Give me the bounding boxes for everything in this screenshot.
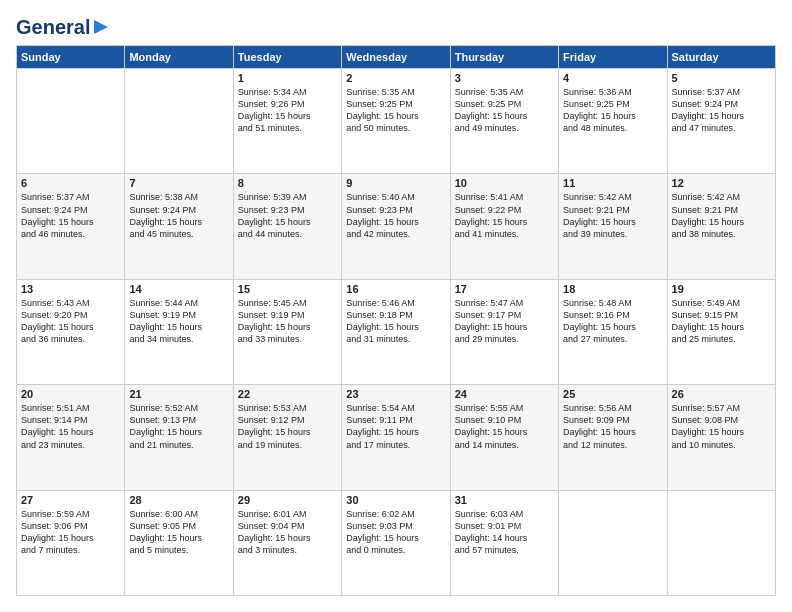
day-info: Sunrise: 6:00 AM Sunset: 9:05 PM Dayligh…	[129, 508, 228, 557]
day-number: 5	[672, 72, 771, 84]
weekday-header-row: SundayMondayTuesdayWednesdayThursdayFrid…	[17, 46, 776, 69]
day-number: 9	[346, 177, 445, 189]
weekday-header-wednesday: Wednesday	[342, 46, 450, 69]
logo: General	[16, 16, 110, 35]
calendar-cell: 19Sunrise: 5:49 AM Sunset: 9:15 PM Dayli…	[667, 279, 775, 384]
week-row-3: 13Sunrise: 5:43 AM Sunset: 9:20 PM Dayli…	[17, 279, 776, 384]
day-number: 24	[455, 388, 554, 400]
calendar-cell: 23Sunrise: 5:54 AM Sunset: 9:11 PM Dayli…	[342, 385, 450, 490]
weekday-header-thursday: Thursday	[450, 46, 558, 69]
day-info: Sunrise: 5:36 AM Sunset: 9:25 PM Dayligh…	[563, 86, 662, 135]
week-row-5: 27Sunrise: 5:59 AM Sunset: 9:06 PM Dayli…	[17, 490, 776, 595]
day-number: 23	[346, 388, 445, 400]
calendar-cell: 11Sunrise: 5:42 AM Sunset: 9:21 PM Dayli…	[559, 174, 667, 279]
day-number: 1	[238, 72, 337, 84]
day-number: 14	[129, 283, 228, 295]
day-info: Sunrise: 5:37 AM Sunset: 9:24 PM Dayligh…	[21, 191, 120, 240]
day-info: Sunrise: 5:47 AM Sunset: 9:17 PM Dayligh…	[455, 297, 554, 346]
calendar-cell: 15Sunrise: 5:45 AM Sunset: 9:19 PM Dayli…	[233, 279, 341, 384]
day-info: Sunrise: 6:01 AM Sunset: 9:04 PM Dayligh…	[238, 508, 337, 557]
day-info: Sunrise: 5:45 AM Sunset: 9:19 PM Dayligh…	[238, 297, 337, 346]
calendar-cell: 6Sunrise: 5:37 AM Sunset: 9:24 PM Daylig…	[17, 174, 125, 279]
day-info: Sunrise: 5:46 AM Sunset: 9:18 PM Dayligh…	[346, 297, 445, 346]
day-number: 20	[21, 388, 120, 400]
calendar-cell: 27Sunrise: 5:59 AM Sunset: 9:06 PM Dayli…	[17, 490, 125, 595]
day-info: Sunrise: 5:56 AM Sunset: 9:09 PM Dayligh…	[563, 402, 662, 451]
day-number: 11	[563, 177, 662, 189]
day-info: Sunrise: 5:42 AM Sunset: 9:21 PM Dayligh…	[563, 191, 662, 240]
day-info: Sunrise: 5:40 AM Sunset: 9:23 PM Dayligh…	[346, 191, 445, 240]
day-info: Sunrise: 5:55 AM Sunset: 9:10 PM Dayligh…	[455, 402, 554, 451]
day-info: Sunrise: 5:42 AM Sunset: 9:21 PM Dayligh…	[672, 191, 771, 240]
calendar-cell: 5Sunrise: 5:37 AM Sunset: 9:24 PM Daylig…	[667, 69, 775, 174]
day-number: 21	[129, 388, 228, 400]
weekday-header-tuesday: Tuesday	[233, 46, 341, 69]
day-info: Sunrise: 5:38 AM Sunset: 9:24 PM Dayligh…	[129, 191, 228, 240]
calendar-cell: 28Sunrise: 6:00 AM Sunset: 9:05 PM Dayli…	[125, 490, 233, 595]
calendar-cell: 3Sunrise: 5:35 AM Sunset: 9:25 PM Daylig…	[450, 69, 558, 174]
day-info: Sunrise: 5:41 AM Sunset: 9:22 PM Dayligh…	[455, 191, 554, 240]
day-number: 22	[238, 388, 337, 400]
calendar-cell	[125, 69, 233, 174]
day-info: Sunrise: 5:35 AM Sunset: 9:25 PM Dayligh…	[455, 86, 554, 135]
day-number: 13	[21, 283, 120, 295]
calendar-cell: 30Sunrise: 6:02 AM Sunset: 9:03 PM Dayli…	[342, 490, 450, 595]
calendar-cell: 9Sunrise: 5:40 AM Sunset: 9:23 PM Daylig…	[342, 174, 450, 279]
calendar-cell	[17, 69, 125, 174]
logo-general: General	[16, 16, 90, 39]
day-number: 28	[129, 494, 228, 506]
day-info: Sunrise: 5:35 AM Sunset: 9:25 PM Dayligh…	[346, 86, 445, 135]
day-number: 25	[563, 388, 662, 400]
day-info: Sunrise: 5:51 AM Sunset: 9:14 PM Dayligh…	[21, 402, 120, 451]
day-info: Sunrise: 5:49 AM Sunset: 9:15 PM Dayligh…	[672, 297, 771, 346]
calendar-cell: 12Sunrise: 5:42 AM Sunset: 9:21 PM Dayli…	[667, 174, 775, 279]
day-number: 30	[346, 494, 445, 506]
day-info: Sunrise: 5:57 AM Sunset: 9:08 PM Dayligh…	[672, 402, 771, 451]
day-number: 6	[21, 177, 120, 189]
calendar-cell: 25Sunrise: 5:56 AM Sunset: 9:09 PM Dayli…	[559, 385, 667, 490]
day-info: Sunrise: 5:48 AM Sunset: 9:16 PM Dayligh…	[563, 297, 662, 346]
weekday-header-saturday: Saturday	[667, 46, 775, 69]
calendar-cell: 1Sunrise: 5:34 AM Sunset: 9:26 PM Daylig…	[233, 69, 341, 174]
calendar-cell: 17Sunrise: 5:47 AM Sunset: 9:17 PM Dayli…	[450, 279, 558, 384]
day-number: 27	[21, 494, 120, 506]
calendar-cell: 4Sunrise: 5:36 AM Sunset: 9:25 PM Daylig…	[559, 69, 667, 174]
day-number: 17	[455, 283, 554, 295]
day-number: 7	[129, 177, 228, 189]
calendar-cell: 31Sunrise: 6:03 AM Sunset: 9:01 PM Dayli…	[450, 490, 558, 595]
calendar-table: SundayMondayTuesdayWednesdayThursdayFrid…	[16, 45, 776, 596]
day-number: 10	[455, 177, 554, 189]
calendar-cell: 13Sunrise: 5:43 AM Sunset: 9:20 PM Dayli…	[17, 279, 125, 384]
calendar-cell: 21Sunrise: 5:52 AM Sunset: 9:13 PM Dayli…	[125, 385, 233, 490]
day-number: 12	[672, 177, 771, 189]
day-info: Sunrise: 5:44 AM Sunset: 9:19 PM Dayligh…	[129, 297, 228, 346]
day-info: Sunrise: 6:03 AM Sunset: 9:01 PM Dayligh…	[455, 508, 554, 557]
day-info: Sunrise: 5:39 AM Sunset: 9:23 PM Dayligh…	[238, 191, 337, 240]
day-number: 18	[563, 283, 662, 295]
week-row-4: 20Sunrise: 5:51 AM Sunset: 9:14 PM Dayli…	[17, 385, 776, 490]
calendar-cell: 18Sunrise: 5:48 AM Sunset: 9:16 PM Dayli…	[559, 279, 667, 384]
svg-marker-0	[94, 20, 108, 34]
day-number: 19	[672, 283, 771, 295]
day-info: Sunrise: 5:34 AM Sunset: 9:26 PM Dayligh…	[238, 86, 337, 135]
calendar-cell: 8Sunrise: 5:39 AM Sunset: 9:23 PM Daylig…	[233, 174, 341, 279]
day-number: 4	[563, 72, 662, 84]
weekday-header-friday: Friday	[559, 46, 667, 69]
calendar-cell: 24Sunrise: 5:55 AM Sunset: 9:10 PM Dayli…	[450, 385, 558, 490]
day-info: Sunrise: 5:59 AM Sunset: 9:06 PM Dayligh…	[21, 508, 120, 557]
week-row-2: 6Sunrise: 5:37 AM Sunset: 9:24 PM Daylig…	[17, 174, 776, 279]
day-number: 26	[672, 388, 771, 400]
day-number: 16	[346, 283, 445, 295]
day-number: 2	[346, 72, 445, 84]
calendar-cell	[667, 490, 775, 595]
day-number: 3	[455, 72, 554, 84]
calendar-cell: 20Sunrise: 5:51 AM Sunset: 9:14 PM Dayli…	[17, 385, 125, 490]
day-number: 29	[238, 494, 337, 506]
week-row-1: 1Sunrise: 5:34 AM Sunset: 9:26 PM Daylig…	[17, 69, 776, 174]
day-info: Sunrise: 5:43 AM Sunset: 9:20 PM Dayligh…	[21, 297, 120, 346]
day-info: Sunrise: 5:52 AM Sunset: 9:13 PM Dayligh…	[129, 402, 228, 451]
calendar-cell: 2Sunrise: 5:35 AM Sunset: 9:25 PM Daylig…	[342, 69, 450, 174]
day-number: 31	[455, 494, 554, 506]
weekday-header-sunday: Sunday	[17, 46, 125, 69]
day-info: Sunrise: 5:37 AM Sunset: 9:24 PM Dayligh…	[672, 86, 771, 135]
